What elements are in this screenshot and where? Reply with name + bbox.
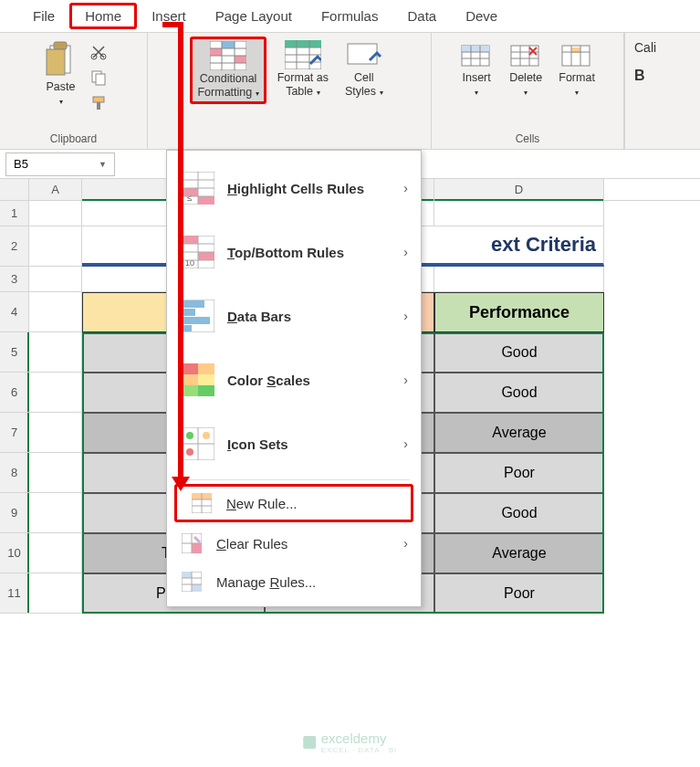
clipboard-group-label: Clipboard: [50, 131, 97, 147]
insert-cells-icon: [460, 40, 493, 69]
ribbon-group-clipboard: Paste▾ Clipboard: [0, 33, 148, 149]
chevron-right-icon: ›: [403, 181, 408, 195]
ribbon-group-styles: ConditionalFormatting ▾ Format asTable ▾…: [148, 33, 431, 149]
dd-color-scales[interactable]: Color Scales ›: [167, 348, 421, 412]
row-header[interactable]: 6: [0, 373, 29, 413]
name-box[interactable]: B5 ▼: [5, 152, 115, 176]
svg-rect-27: [462, 46, 489, 52]
perf-cell[interactable]: Average: [434, 533, 604, 573]
delete-cells-button[interactable]: Delete▾: [504, 37, 548, 102]
ribbon-group-font: Cali B: [624, 33, 665, 149]
format-as-table-button[interactable]: Format asTable ▾: [272, 37, 334, 102]
svg-rect-66: [182, 374, 198, 385]
format-cells-button[interactable]: Format▾: [553, 37, 601, 102]
callout-arrow: [178, 22, 183, 478]
svg-rect-61: [183, 317, 210, 324]
select-all-corner[interactable]: [0, 179, 29, 200]
svg-rect-51: [182, 236, 198, 244]
delete-cells-icon: [509, 40, 542, 69]
col-header-a[interactable]: A: [29, 179, 82, 200]
perf-cell[interactable]: Poor: [434, 453, 604, 493]
perf-cell[interactable]: Good: [434, 493, 604, 533]
svg-rect-59: [183, 300, 204, 308]
dd-icon-sets[interactable]: Icon Sets ›: [167, 412, 421, 476]
svg-rect-68: [182, 385, 198, 396]
header-cell-d[interactable]: Performance: [434, 292, 604, 332]
conditional-formatting-dropdown: ≤ Highlight Cells Rules › 10 Top/Bottom …: [166, 150, 422, 607]
svg-rect-65: [198, 363, 214, 374]
cell-styles-icon: [346, 40, 382, 69]
conditional-formatting-button[interactable]: ConditionalFormatting ▾: [190, 37, 266, 104]
perf-cell[interactable]: Poor: [434, 573, 604, 614]
watermark-icon: [303, 736, 316, 749]
insert-cells-button[interactable]: Insert▾: [454, 37, 498, 102]
svg-rect-82: [192, 543, 202, 553]
menu-deve[interactable]: Deve: [451, 3, 512, 29]
svg-rect-1: [54, 42, 67, 49]
bold-button[interactable]: B: [634, 68, 656, 84]
chevron-right-icon: ›: [403, 245, 408, 259]
ribbon-group-cells: Insert▾ Delete▾ Format▾ Cells: [431, 33, 624, 149]
paste-icon: [45, 40, 78, 79]
perf-cell[interactable]: Good: [434, 373, 604, 413]
perf-cell[interactable]: Good: [434, 332, 604, 373]
svg-rect-12: [235, 56, 246, 63]
row-header[interactable]: 11: [0, 573, 29, 614]
svg-rect-44: [198, 196, 214, 205]
copy-icon[interactable]: [89, 68, 109, 88]
font-name-label[interactable]: Cali: [634, 40, 656, 55]
row-header[interactable]: 9: [0, 493, 29, 533]
chevron-right-icon: ›: [403, 536, 408, 551]
color-scales-icon: [182, 363, 214, 396]
callout-arrow-head: [172, 477, 190, 491]
chevron-right-icon: ›: [403, 309, 408, 323]
chevron-right-icon: ›: [403, 436, 408, 451]
row-header[interactable]: 1: [0, 201, 29, 226]
menu-home[interactable]: Home: [69, 3, 137, 29]
row-header[interactable]: 7: [0, 413, 29, 453]
svg-rect-64: [182, 363, 198, 374]
svg-rect-6: [96, 74, 105, 85]
row-header[interactable]: 2: [0, 226, 29, 267]
conditional-formatting-icon: [210, 41, 246, 70]
row-header[interactable]: 10: [0, 533, 29, 573]
dd-manage-rules[interactable]: Manage Rules...: [167, 562, 421, 601]
svg-rect-87: [192, 584, 202, 592]
col-header-d[interactable]: D: [434, 179, 604, 200]
clear-rules-icon: [182, 533, 202, 553]
svg-rect-52: [198, 252, 214, 260]
perf-cell[interactable]: Average: [434, 413, 604, 453]
menu-formulas[interactable]: Formulas: [307, 3, 393, 29]
dd-data-bars[interactable]: Data Bars ›: [167, 284, 421, 348]
menu-data[interactable]: Data: [392, 3, 451, 29]
svg-rect-10: [210, 48, 222, 56]
menu-bar: File Home Insert Page Layout Formulas Da…: [0, 0, 700, 33]
dd-new-rule[interactable]: New Rule...: [174, 484, 413, 522]
menu-page-layout[interactable]: Page Layout: [201, 3, 307, 29]
row-header[interactable]: 5: [0, 332, 29, 373]
data-bars-icon: [182, 299, 214, 332]
row-header[interactable]: 4: [0, 292, 29, 332]
dd-top-bottom-rules[interactable]: 10 Top/Bottom Rules ›: [167, 220, 421, 284]
name-box-dropdown-icon[interactable]: ▼: [99, 160, 107, 169]
manage-rules-icon: [182, 572, 202, 592]
new-rule-icon: [192, 493, 212, 513]
paste-button[interactable]: Paste▾: [39, 37, 83, 111]
format-cells-icon: [560, 40, 593, 69]
svg-rect-11: [222, 41, 235, 48]
dropdown-separator: [178, 479, 410, 480]
svg-rect-8: [97, 102, 100, 110]
top-bottom-icon: 10: [182, 236, 214, 268]
dd-clear-rules[interactable]: Clear Rules ›: [167, 524, 421, 562]
svg-rect-62: [183, 325, 192, 331]
svg-point-73: [186, 448, 193, 456]
cut-icon[interactable]: [89, 42, 109, 62]
cell-styles-button[interactable]: CellStyles ▾: [340, 37, 389, 102]
format-painter-icon[interactable]: [89, 93, 109, 113]
row-header[interactable]: 8: [0, 453, 29, 493]
dd-highlight-cells-rules[interactable]: ≤ Highlight Cells Rules ›: [167, 156, 421, 220]
svg-rect-60: [183, 309, 195, 316]
row-header[interactable]: 3: [0, 267, 29, 292]
svg-rect-69: [198, 385, 214, 396]
menu-file[interactable]: File: [18, 3, 69, 29]
